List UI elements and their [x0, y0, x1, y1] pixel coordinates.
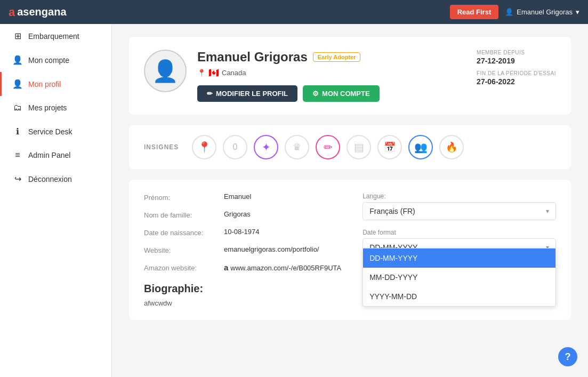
profile-icon: 👤 [12, 79, 23, 89]
badge-star: ✦ [254, 135, 278, 159]
profile-name: Emanuel Grigoras [197, 50, 308, 65]
value-amazon: awww.amazon.com/-/e/B005RF9UTA [224, 263, 341, 272]
sidebar-label-mon-profil: Mon profil [28, 80, 61, 89]
user-icon: 👤 [12, 55, 23, 65]
date-option-dd-mm-yyyy[interactable]: DD-MM-YYYY [363, 248, 555, 268]
label-amazon: Amazon website: [144, 263, 224, 272]
badge-pen: ✏ [316, 135, 340, 159]
badge-calendar: 📅 [377, 135, 402, 159]
form-right: Langue: Français (FR) ▾ Date format DD-M… [363, 192, 556, 307]
early-adopter-badge: Early Adopter [313, 52, 361, 62]
value-prenom: Emanuel [224, 192, 341, 200]
logo: a asengana [9, 5, 67, 19]
form-left: Prénom: Emanuel Nom de famille: Grigoras… [144, 192, 341, 307]
field-nom: Nom de famille: Grigoras [144, 210, 341, 219]
location-text: Canada [222, 69, 246, 77]
location-icon: 📍 [197, 69, 206, 77]
value-dob: 10-08-1974 [224, 228, 341, 236]
sidebar-item-service-desk[interactable]: ℹ Service Desk [0, 119, 111, 143]
logout-icon: ↪ [12, 174, 23, 184]
grid-icon: ⊞ [12, 31, 23, 41]
user-icon: 👤 [505, 8, 513, 16]
biography-title: Biographie: [144, 283, 341, 295]
membre-depuis-label: MEMBRE DEPUIS [477, 50, 556, 55]
account-button[interactable]: ⚙ MON COMPTE [303, 85, 380, 102]
help-button[interactable]: ? [558, 347, 577, 366]
date-format-dropdown: DD-MM-YYYY MM-DD-YYYY YYYY-MM-DD [363, 248, 556, 307]
badge-icons: 📍 0 ✦ ♛ ✏ ▤ 📅 👥 🔥 [192, 135, 464, 159]
biography-section: Biographie: afwcwdw [144, 283, 341, 307]
badge-people: 👥 [408, 135, 433, 159]
profile-dates: MEMBRE DEPUIS 27-12-2019 FIN DE LA PÉRIO… [477, 50, 556, 86]
badge-book: ▤ [347, 135, 371, 159]
badge-fire: 🔥 [439, 135, 464, 159]
logo-icon: a [9, 5, 15, 19]
list-icon: ≡ [12, 150, 23, 160]
main-layout: ⊞ Embarquement 👤 Mon compte 👤 Mon profil… [0, 24, 588, 377]
logo-text: asengana [17, 6, 66, 18]
sidebar-item-deconnexion[interactable]: ↪ Déconnexion [0, 167, 111, 191]
projects-icon: 🗂 [12, 103, 23, 113]
read-first-button[interactable]: Read First [450, 5, 499, 19]
profile-card: 👤 Emanuel Grigoras Early Adopter 📍 🇨🇦 Ca… [129, 37, 571, 115]
sidebar-item-mon-profil[interactable]: 👤 Mon profil [0, 72, 111, 96]
sidebar-item-admin-panel[interactable]: ≡ Admin Panel [0, 143, 111, 167]
langue-section: Langue: Français (FR) ▾ [363, 192, 556, 220]
date-option-yyyy-mm-dd[interactable]: YYYY-MM-DD [363, 287, 555, 306]
profile-actions: ✏ MODIFIER LE PROFIL ⚙ MON COMPTE [197, 85, 556, 102]
avatar-icon: 👤 [152, 59, 179, 84]
top-navbar: a asengana Read First 👤 Emanuel Grigoras… [0, 0, 588, 24]
sidebar-item-mes-projets[interactable]: 🗂 Mes projets [0, 96, 111, 119]
sidebar: ⊞ Embarquement 👤 Mon compte 👤 Mon profil… [0, 24, 112, 377]
sidebar-label-deconnexion: Déconnexion [28, 175, 72, 183]
user-name: Emanuel Grigoras [517, 8, 573, 16]
topnav-right: Read First 👤 Emanuel Grigoras ▾ [450, 5, 579, 19]
account-icon: ⚙ [312, 90, 319, 98]
badges-card: INSIGNES 📍 0 ✦ ♛ ✏ ▤ 📅 👥 🔥 [129, 125, 571, 169]
form-layout: Prénom: Emanuel Nom de famille: Grigoras… [144, 192, 556, 307]
field-website: Website: emanuelgrigoras.com/portfolio/ [144, 245, 341, 254]
form-card: Prénom: Emanuel Nom de famille: Grigoras… [129, 180, 571, 320]
fin-essai-label: FIN DE LA PÉRIODE D'ESSAI [477, 70, 556, 76]
field-prenom: Prénom: Emanuel [144, 192, 341, 202]
badge-zero: 0 [223, 135, 247, 159]
sidebar-label-admin-panel: Admin Panel [28, 151, 70, 159]
sidebar-label-embarquement: Embarquement [28, 32, 79, 41]
langue-value: Français (FR) [369, 207, 415, 215]
label-dob: Date de naissance: [144, 228, 224, 237]
sidebar-item-embarquement[interactable]: ⊞ Embarquement [0, 24, 111, 48]
sidebar-label-mes-projets: Mes projets [28, 103, 67, 112]
value-nom: Grigoras [224, 210, 341, 218]
chevron-down-icon: ▾ [576, 8, 579, 16]
label-nom: Nom de famille: [144, 210, 224, 219]
flag-icon: 🇨🇦 [208, 68, 219, 78]
user-menu[interactable]: 👤 Emanuel Grigoras ▾ [505, 8, 579, 16]
chevron-down-icon: ▾ [546, 207, 549, 215]
sidebar-item-mon-compte[interactable]: 👤 Mon compte [0, 48, 111, 72]
langue-label: Langue: [363, 192, 556, 200]
fin-essai-value: 27-06-2022 [477, 77, 556, 86]
membre-depuis-value: 27-12-2019 [477, 57, 556, 65]
label-website: Website: [144, 245, 224, 254]
badge-location: 📍 [192, 135, 216, 159]
date-option-mm-dd-yyyy[interactable]: MM-DD-YYYY [363, 268, 555, 287]
field-amazon: Amazon website: awww.amazon.com/-/e/B005… [144, 263, 341, 272]
date-format-label: Date format [363, 229, 556, 236]
sidebar-label-mon-compte: Mon compte [28, 56, 69, 65]
edit-icon: ✏ [207, 90, 213, 98]
biography-text: afwcwdw [144, 299, 341, 307]
avatar: 👤 [144, 50, 187, 92]
value-website: emanuelgrigoras.com/portfolio/ [224, 245, 341, 253]
date-format-section: Date format DD-MM-YYYY ▾ DD-MM-YYYY MM-D… [363, 229, 556, 256]
badge-crown: ♛ [285, 135, 309, 159]
label-prenom: Prénom: [144, 192, 224, 202]
edit-profile-button[interactable]: ✏ MODIFIER LE PROFIL [197, 85, 297, 102]
langue-select[interactable]: Français (FR) ▾ [363, 202, 556, 220]
badges-section-label: INSIGNES [144, 143, 181, 151]
amazon-icon: a [224, 263, 228, 272]
sidebar-label-service-desk: Service Desk [28, 127, 72, 136]
info-icon: ℹ [12, 126, 23, 137]
main-content: 👤 Emanuel Grigoras Early Adopter 📍 🇨🇦 Ca… [112, 24, 588, 377]
field-dob: Date de naissance: 10-08-1974 [144, 228, 341, 237]
